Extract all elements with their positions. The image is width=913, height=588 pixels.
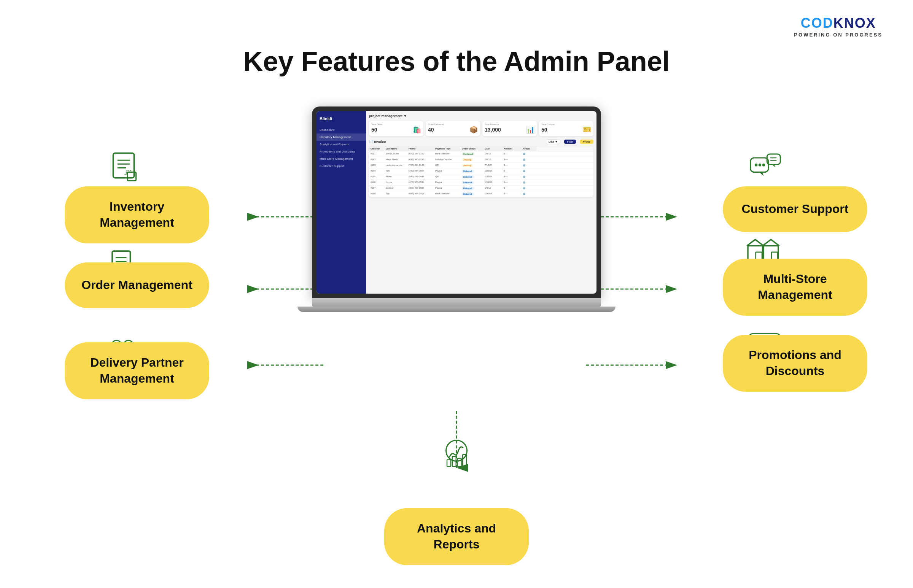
table-row: #104 Kim (232) 584-3596 Paypal Delivered… [369, 168, 593, 174]
table-column-headers: Order ID Last Name Phone Payment Type Or… [369, 147, 593, 151]
svg-rect-10 [113, 153, 134, 178]
table-row: #106 Noma (478) 673-3536 Paypal Delivere… [369, 180, 593, 186]
sidebar-support: Customer Support [317, 162, 366, 170]
sidebar-inventory: Inventory Management [317, 134, 366, 141]
brand-name: CODKNOX [801, 15, 876, 31]
filter-date[interactable]: Date ▼ [546, 139, 560, 144]
profiles-btn[interactable]: Profile [580, 140, 593, 144]
logo: CODKNOX POWERING ON PROGRESS [794, 15, 882, 38]
col-phone: Phone [407, 147, 434, 151]
table-title: 📄 Invoice [369, 140, 386, 144]
table-row: #103 Leslie Alexander (760) 294-0143 QR … [369, 163, 593, 168]
col-payment: Payment Type [434, 147, 460, 151]
table-header-row: 📄 Invoice Date ▼ Filter Profile [369, 139, 593, 144]
order-management-pill: Order Management [65, 262, 209, 308]
sidebar-dashboard: Dashboard [317, 126, 366, 134]
col-amount: Amount [502, 147, 521, 151]
stat-coupon: Total Coupon 50 🎫 [539, 121, 593, 136]
page-title: Key Features of the Admin Panel [0, 46, 913, 77]
col-date: Date [483, 147, 502, 151]
sidebar-multistore: Multi-Store Management [317, 155, 366, 162]
svg-point-28 [762, 163, 765, 166]
col-order-id: Order ID [369, 147, 384, 151]
promotions-discounts-pill: Promotions and Discounts [723, 335, 867, 392]
inventory-management-pill: Inventory Management [65, 186, 209, 244]
sidebar-analytics: Analytics and Reports [317, 141, 366, 148]
laptop-mockup: BlinkIt Dashboard Inventory Management A… [312, 107, 601, 312]
delivery-partner-pill: Delivery Partner Management [65, 342, 209, 399]
customer-support-pill: Customer Support [723, 186, 867, 232]
stat-delivered: Order Delivered 40 📦 [426, 121, 480, 136]
sidebar-promotions: Promotions and Discounts [317, 148, 366, 155]
laptop-foot [297, 307, 616, 312]
table-row: #105 Albert (548) 748-3648 QR Delivered … [369, 174, 593, 180]
multistore-management-pill: Multi-Store Management [723, 258, 867, 316]
customer-support-icon [742, 145, 787, 190]
svg-rect-45 [457, 458, 461, 466]
analytics-reports-pill: Analytics and Reports [384, 508, 529, 565]
inventory-icon [101, 145, 147, 190]
admin-title: project management ▼ [369, 114, 407, 118]
svg-point-27 [759, 163, 761, 166]
table-row: #107 Jackson (356) 429-0556 Paypal Deliv… [369, 186, 593, 191]
table-row: #108 Tim (882) 934-2915 Bank Transfer De… [369, 191, 593, 197]
col-action: Action [521, 147, 536, 151]
stat-total-order: Total Order 50 🛍️ [369, 121, 423, 136]
analytics-icon [434, 430, 479, 475]
admin-header: project management ▼ [369, 114, 593, 118]
stats-row: Total Order 50 🛍️ Order Delivered 40 📦 [369, 121, 593, 136]
orders-table: Order ID Last Name Phone Payment Type Or… [369, 147, 593, 197]
laptop-base [312, 298, 601, 307]
stat-revenue: Total Revenue 13,000 📊 [482, 121, 537, 136]
table-row: #102 Maya Martin (638) 945-3193 Liabilit… [369, 157, 593, 163]
col-name: Last Name [384, 147, 407, 151]
filter-btn[interactable]: Filter [564, 140, 576, 144]
svg-point-26 [755, 163, 758, 166]
col-status: Order Status [460, 147, 483, 151]
svg-rect-43 [447, 460, 451, 467]
admin-logo: BlinkIt [317, 114, 366, 123]
table-row: #101 John Cooper (670) 294-0192 Bank Tra… [369, 151, 593, 157]
admin-screen: BlinkIt Dashboard Inventory Management A… [317, 111, 596, 294]
brand-tagline: POWERING ON PROGRESS [794, 32, 882, 38]
admin-main-content: project management ▼ Total Order 50 🛍️ [366, 111, 596, 294]
admin-sidebar: BlinkIt Dashboard Inventory Management A… [317, 111, 366, 294]
